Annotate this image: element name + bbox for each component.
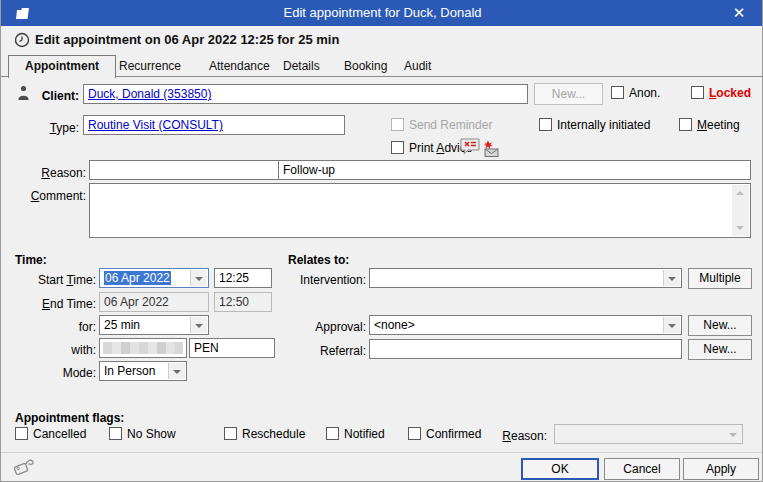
end-time-field: 12:50 (214, 292, 272, 312)
clock-icon (14, 32, 30, 48)
duration-value: 25 min (104, 318, 140, 332)
tab-attendance[interactable]: Attendance (199, 57, 280, 76)
start-date-value: 06 Apr 2022 (104, 271, 171, 285)
duration-combobox[interactable]: 25 min (99, 315, 209, 335)
confirmed-checkbox[interactable] (408, 427, 421, 440)
meeting-label: Meeting (697, 118, 740, 132)
end-date-field: 06 Apr 2022 (99, 292, 209, 312)
send-reminder-label: Send Reminder (409, 118, 492, 132)
for-label: for: (11, 317, 96, 337)
ok-button[interactable]: OK (521, 458, 599, 480)
internally-initiated-row: Internally initiated (539, 118, 650, 133)
cancel-button[interactable]: Cancel (604, 458, 680, 480)
appointment-summary: Edit appointment on 06 Apr 2022 12:25 fo… (35, 26, 339, 54)
notified-row: Notified (326, 427, 385, 442)
flags-section-label: Appointment flags: (15, 408, 175, 428)
advice-mail-icon (482, 140, 500, 157)
chevron-down-icon (725, 426, 741, 442)
cancelled-row: Cancelled (15, 427, 86, 442)
mode-value: In Person (104, 364, 155, 378)
comment-scrollbar[interactable] (732, 185, 749, 236)
anon-checkbox-row: Anon. (611, 86, 660, 101)
footer-separator (1, 452, 763, 453)
tab-details[interactable]: Details (273, 57, 330, 76)
cancelled-checkbox[interactable] (15, 427, 28, 440)
print-advice-checkbox[interactable] (391, 141, 404, 154)
type-link[interactable]: Routine Visit (CONSULT) (88, 118, 223, 132)
comment-textarea[interactable] (89, 183, 751, 238)
tab-audit[interactable]: Audit (394, 57, 441, 76)
chevron-down-icon[interactable] (190, 317, 207, 333)
flags-reason-label: Reason: (499, 426, 547, 446)
title-bar: Edit appointment for Duck, Donald ✕ (1, 0, 763, 26)
reason-text-field[interactable]: Follow-up (278, 160, 751, 180)
meeting-checkbox[interactable] (679, 118, 692, 131)
approval-value: <none> (374, 318, 415, 332)
approval-label: Approval: (281, 317, 366, 337)
apply-button[interactable]: Apply (683, 458, 759, 480)
chevron-down-icon[interactable] (190, 270, 207, 286)
chevron-down-icon[interactable] (168, 363, 185, 379)
with-clinician-field[interactable] (99, 338, 187, 358)
cancelled-label: Cancelled (33, 427, 86, 441)
appointment-summary-bar: Edit appointment on 06 Apr 2022 12:25 fo… (1, 26, 763, 54)
flags-reason-combobox (554, 424, 743, 444)
with-label: with: (11, 340, 96, 360)
approval-combobox[interactable]: <none> (369, 315, 682, 335)
reschedule-label: Reschedule (242, 427, 305, 441)
time-section-label: Time: (15, 250, 75, 270)
anon-checkbox[interactable] (611, 86, 624, 99)
type-label: Type: (29, 118, 79, 138)
client-field[interactable]: Duck, Donald (353850) (83, 84, 528, 104)
with-location-field[interactable]: PEN (189, 338, 275, 358)
close-icon[interactable]: ✕ (720, 0, 758, 26)
chevron-down-icon[interactable] (663, 317, 680, 333)
tab-recurrence[interactable]: Recurrence (109, 57, 191, 76)
advice-note-icon (460, 137, 481, 156)
no-show-row: No Show (109, 427, 176, 442)
referral-field[interactable] (369, 339, 682, 359)
chevron-down-icon[interactable] (663, 270, 680, 286)
intervention-label: Intervention: (281, 270, 366, 290)
reschedule-checkbox[interactable] (224, 427, 237, 440)
send-reminder-row: Send Reminder (391, 118, 492, 133)
locked-checkbox-row: Locked (691, 86, 751, 101)
client-link[interactable]: Duck, Donald (353850) (88, 87, 211, 101)
locked-checkbox[interactable] (691, 86, 704, 99)
redacted-text (103, 342, 183, 354)
reason-code-field[interactable] (89, 160, 279, 180)
no-show-checkbox[interactable] (109, 427, 122, 440)
start-time-field[interactable]: 12:25 (214, 268, 272, 288)
tab-appointment[interactable]: Appointment (8, 55, 116, 78)
meeting-row: Meeting (679, 118, 740, 133)
referral-new-button[interactable]: New... (688, 339, 752, 360)
internally-initiated-label: Internally initiated (557, 118, 650, 132)
scroll-up-icon[interactable] (732, 185, 749, 201)
notified-checkbox[interactable] (326, 427, 339, 440)
comment-label: Comment: (16, 186, 86, 206)
type-field[interactable]: Routine Visit (CONSULT) (83, 115, 345, 135)
confirmed-label: Confirmed (426, 427, 481, 441)
client-label: Client: (21, 86, 79, 106)
locked-label: Locked (709, 86, 751, 100)
scroll-down-icon[interactable] (732, 220, 749, 236)
start-time-label: Start Time: (11, 270, 96, 290)
relates-section-label: Relates to: (288, 250, 378, 270)
notified-label: Notified (344, 427, 385, 441)
intervention-multiple-button[interactable]: Multiple (688, 268, 752, 289)
reschedule-row: Reschedule (224, 427, 305, 442)
tab-booking[interactable]: Booking (334, 57, 397, 76)
intervention-combobox[interactable] (369, 268, 682, 288)
no-show-label: No Show (127, 427, 176, 441)
mode-combobox[interactable]: In Person (99, 361, 187, 381)
internally-initiated-checkbox[interactable] (539, 118, 552, 131)
approval-new-button[interactable]: New... (688, 315, 752, 336)
start-date-combobox[interactable]: 06 Apr 2022 (99, 268, 209, 288)
anon-label: Anon. (629, 86, 660, 100)
edit-appointment-dialog: Edit appointment for Duck, Donald ✕ Edit… (0, 0, 763, 482)
mode-label: Mode: (11, 363, 96, 383)
tag-icon[interactable] (12, 456, 36, 478)
confirmed-row: Confirmed (408, 427, 481, 442)
window-title: Edit appointment for Duck, Donald (1, 0, 763, 26)
referral-label: Referral: (281, 341, 366, 361)
